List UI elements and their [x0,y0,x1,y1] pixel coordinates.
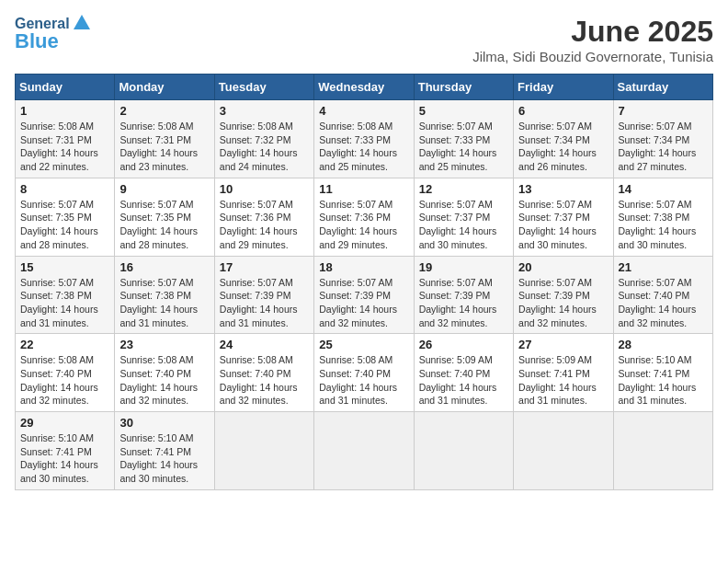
day-detail: Sunrise: 5:08 AM Sunset: 7:40 PM Dayligh… [119,353,209,408]
table-row [414,412,513,490]
calendar-week-5: 29 Sunrise: 5:10 AM Sunset: 7:41 PM Dayl… [16,412,713,490]
day-detail: Sunrise: 5:07 AM Sunset: 7:33 PM Dayligh… [419,120,508,174]
day-number: 7 [619,104,708,118]
day-number: 14 [619,182,708,196]
table-row: 7 Sunrise: 5:07 AM Sunset: 7:34 PM Dayli… [613,100,712,178]
table-row: 27 Sunrise: 5:09 AM Sunset: 7:41 PM Dayl… [514,334,613,412]
day-number: 17 [220,260,309,274]
day-detail: Sunrise: 5:07 AM Sunset: 7:36 PM Dayligh… [220,198,309,252]
table-row: 23 Sunrise: 5:08 AM Sunset: 7:40 PM Dayl… [115,334,214,412]
day-number: 27 [518,338,608,351]
day-detail: Sunrise: 5:07 AM Sunset: 7:35 PM Dayligh… [119,198,209,252]
day-number: 5 [419,104,508,118]
table-row: 14 Sunrise: 5:07 AM Sunset: 7:38 PM Dayl… [613,178,712,256]
day-detail: Sunrise: 5:07 AM Sunset: 7:34 PM Dayligh… [518,120,608,174]
logo: General Blue [15,15,92,53]
day-detail: Sunrise: 5:10 AM Sunset: 7:41 PM Dayligh… [20,431,109,486]
day-detail: Sunrise: 5:07 AM Sunset: 7:39 PM Dayligh… [220,276,309,330]
day-detail: Sunrise: 5:07 AM Sunset: 7:39 PM Dayligh… [319,276,408,330]
calendar-week-1: 1 Sunrise: 5:08 AM Sunset: 7:31 PM Dayli… [16,100,713,178]
header-friday: Friday [514,75,613,100]
header-sunday: Sunday [16,75,115,100]
day-number: 24 [220,338,309,351]
title-section: June 2025 Jilma, Sidi Bouzid Governorate… [472,15,713,64]
day-number: 21 [619,260,708,274]
day-detail: Sunrise: 5:08 AM Sunset: 7:40 PM Dayligh… [220,353,309,408]
day-number: 28 [619,338,708,351]
table-row: 15 Sunrise: 5:07 AM Sunset: 7:38 PM Dayl… [16,256,115,334]
table-row: 16 Sunrise: 5:07 AM Sunset: 7:38 PM Dayl… [115,256,214,334]
header-wednesday: Wednesday [314,75,414,100]
day-number: 22 [20,338,109,351]
table-row: 3 Sunrise: 5:08 AM Sunset: 7:32 PM Dayli… [214,100,313,178]
table-row: 13 Sunrise: 5:07 AM Sunset: 7:37 PM Dayl… [514,178,613,256]
day-number: 19 [419,260,508,274]
table-row: 22 Sunrise: 5:08 AM Sunset: 7:40 PM Dayl… [16,334,115,412]
calendar-table: Sunday Monday Tuesday Wednesday Thursday… [15,74,713,490]
day-detail: Sunrise: 5:07 AM Sunset: 7:39 PM Dayligh… [518,276,608,330]
day-number: 18 [319,260,408,274]
svg-marker-0 [74,15,90,29]
day-detail: Sunrise: 5:07 AM Sunset: 7:38 PM Dayligh… [119,276,209,330]
logo-icon [72,13,92,33]
table-row [613,412,712,490]
table-row: 1 Sunrise: 5:08 AM Sunset: 7:31 PM Dayli… [16,100,115,178]
table-row: 12 Sunrise: 5:07 AM Sunset: 7:37 PM Dayl… [414,178,513,256]
table-row: 20 Sunrise: 5:07 AM Sunset: 7:39 PM Dayl… [514,256,613,334]
day-number: 23 [119,338,209,351]
weekday-header-row: Sunday Monday Tuesday Wednesday Thursday… [16,75,713,100]
table-row: 30 Sunrise: 5:10 AM Sunset: 7:41 PM Dayl… [115,412,214,490]
day-detail: Sunrise: 5:10 AM Sunset: 7:41 PM Dayligh… [619,353,708,408]
day-detail: Sunrise: 5:08 AM Sunset: 7:40 PM Dayligh… [20,353,109,408]
day-detail: Sunrise: 5:07 AM Sunset: 7:40 PM Dayligh… [619,276,708,330]
day-detail: Sunrise: 5:08 AM Sunset: 7:31 PM Dayligh… [20,120,109,174]
table-row: 28 Sunrise: 5:10 AM Sunset: 7:41 PM Dayl… [613,334,712,412]
header-thursday: Thursday [414,75,513,100]
calendar-week-3: 15 Sunrise: 5:07 AM Sunset: 7:38 PM Dayl… [16,256,713,334]
table-row: 4 Sunrise: 5:08 AM Sunset: 7:33 PM Dayli… [314,100,414,178]
table-row: 9 Sunrise: 5:07 AM Sunset: 7:35 PM Dayli… [115,178,214,256]
day-detail: Sunrise: 5:07 AM Sunset: 7:39 PM Dayligh… [419,276,508,330]
table-row [514,412,613,490]
day-detail: Sunrise: 5:07 AM Sunset: 7:35 PM Dayligh… [20,198,109,252]
day-detail: Sunrise: 5:09 AM Sunset: 7:40 PM Dayligh… [419,353,508,408]
day-detail: Sunrise: 5:07 AM Sunset: 7:34 PM Dayligh… [619,120,708,174]
day-number: 3 [220,104,309,118]
table-row: 29 Sunrise: 5:10 AM Sunset: 7:41 PM Dayl… [16,412,115,490]
calendar-week-2: 8 Sunrise: 5:07 AM Sunset: 7:35 PM Dayli… [16,178,713,256]
day-number: 9 [119,182,209,196]
table-row: 8 Sunrise: 5:07 AM Sunset: 7:35 PM Dayli… [16,178,115,256]
day-number: 8 [20,182,109,196]
calendar-subtitle: Jilma, Sidi Bouzid Governorate, Tunisia [472,49,713,64]
day-number: 2 [119,104,209,118]
day-number: 11 [319,182,408,196]
day-number: 16 [119,260,209,274]
logo-text-blue: Blue [15,29,59,53]
day-detail: Sunrise: 5:08 AM Sunset: 7:31 PM Dayligh… [119,120,209,174]
day-detail: Sunrise: 5:07 AM Sunset: 7:37 PM Dayligh… [518,198,608,252]
table-row: 21 Sunrise: 5:07 AM Sunset: 7:40 PM Dayl… [613,256,712,334]
day-number: 29 [20,416,109,430]
day-number: 26 [419,338,508,351]
table-row: 10 Sunrise: 5:07 AM Sunset: 7:36 PM Dayl… [214,178,313,256]
day-detail: Sunrise: 5:08 AM Sunset: 7:33 PM Dayligh… [319,120,408,174]
table-row [214,412,313,490]
header-saturday: Saturday [613,75,712,100]
calendar-week-4: 22 Sunrise: 5:08 AM Sunset: 7:40 PM Dayl… [16,334,713,412]
day-detail: Sunrise: 5:09 AM Sunset: 7:41 PM Dayligh… [518,353,608,408]
day-detail: Sunrise: 5:07 AM Sunset: 7:38 PM Dayligh… [619,198,708,252]
page-header: General Blue June 2025 Jilma, Sidi Bouzi… [15,15,713,64]
table-row: 2 Sunrise: 5:08 AM Sunset: 7:31 PM Dayli… [115,100,214,178]
header-tuesday: Tuesday [214,75,313,100]
day-number: 4 [319,104,408,118]
day-number: 1 [20,104,109,118]
table-row [314,412,414,490]
table-row: 11 Sunrise: 5:07 AM Sunset: 7:36 PM Dayl… [314,178,414,256]
day-number: 25 [319,338,408,351]
day-number: 10 [220,182,309,196]
day-number: 20 [518,260,608,274]
header-monday: Monday [115,75,214,100]
day-detail: Sunrise: 5:07 AM Sunset: 7:36 PM Dayligh… [319,198,408,252]
table-row: 18 Sunrise: 5:07 AM Sunset: 7:39 PM Dayl… [314,256,414,334]
table-row: 5 Sunrise: 5:07 AM Sunset: 7:33 PM Dayli… [414,100,513,178]
